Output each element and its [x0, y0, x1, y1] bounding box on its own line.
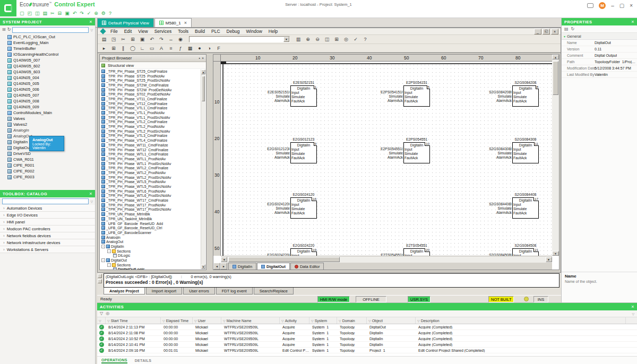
activity-row[interactable]: ✓8/14/2024 2:10:52 PM00:00:00MickaelWTFR… [97, 336, 637, 342]
print-icon[interactable]: ▤ [43, 10, 48, 16]
toolbox-search-input[interactable] [2, 198, 89, 204]
browser-item-tpr-ph-phase-vtl3-cmdfinalize[interactable]: _TPR_PH_Phase_VTL3_CmdFinalize [100, 134, 201, 138]
fbd-canvas[interactable]: E2ES052151E2ES052151ISimulateAlarmAck1Di… [221, 62, 552, 256]
canvas-vertical-scrollbar[interactable]: ▲ ▼ [552, 55, 559, 256]
expander-icon[interactable]: - [107, 249, 111, 253]
menu-plc[interactable]: PLC [208, 29, 223, 34]
browser-item-tpr-ph-phase-st25-prodsrcnotav[interactable]: _TPR_PH_Phase_ST25_ProdSrcNotAv [100, 78, 201, 83]
goto-icon[interactable]: ↔ [167, 36, 175, 43]
export-icon[interactable]: ◳ [109, 36, 118, 43]
browser-item-digitalout[interactable]: -DigitalOut [100, 258, 201, 263]
watch-icon[interactable]: ◑ [205, 45, 213, 52]
scroll-down-icon[interactable]: ▼ [201, 264, 205, 269]
menu-tools[interactable]: Tools [175, 29, 192, 34]
browser-item-tpr-ph-phase-st02-proddetnotav[interactable]: _TPR_PH_Phase_ST02_ProdDetNotAv [100, 92, 201, 97]
tab-details[interactable]: DETAILS [135, 358, 152, 363]
redo-icon[interactable]: ↷ [80, 10, 84, 16]
copy-icon[interactable]: ⊟ [58, 10, 62, 16]
insert-ffb-icon[interactable]: ⊞ [109, 45, 118, 52]
scrollbar-thumb[interactable] [202, 76, 205, 101]
browser-item-tpr-ph-phase-wtl6-prodnotav[interactable]: _TPR_PH_Phase_WTL6_ProdNotAv [100, 189, 201, 194]
filter-icon[interactable]: ▽ [632, 312, 634, 316]
category-view-icon[interactable]: ▤ [564, 27, 569, 32]
browser-item-tpr-ph-phase-vtl1-prodnotav[interactable]: _TPR_PH_Phase_VTL1_ProdNotAv [100, 110, 201, 115]
open-project-icon[interactable]: ◰ [28, 10, 32, 16]
font-icon[interactable]: F [214, 45, 223, 52]
tree-item-valves[interactable]: Valves [0, 116, 95, 122]
section-tab-digitalin[interactable]: DigitalIn [228, 263, 256, 270]
tab-operations[interactable]: OPERATIONS [101, 358, 127, 363]
column-header-system[interactable]: ▽System [309, 317, 337, 324]
menu-file[interactable]: File [107, 29, 121, 34]
data-selection-icon[interactable]: ▥ [294, 36, 303, 43]
filter-icon[interactable]: ▽ [339, 319, 341, 323]
tab-default-physical-view[interactable]: Default Physical View [97, 18, 154, 27]
notification-bell-icon[interactable] [524, 297, 529, 301]
tab-scroll-right-icon[interactable]: ► [220, 263, 227, 270]
restore-window-icon[interactable]: ◱ [543, 29, 550, 34]
browser-item-sections[interactable]: -Sections [100, 263, 201, 267]
browser-item-tpr-ph-phase-st25-prodnotav[interactable]: _TPR_PH_Phase_ST25_ProdNotAv [100, 74, 201, 79]
variable-combobox[interactable]: ▼ [189, 36, 290, 42]
align-icon[interactable]: ≡ [167, 45, 175, 52]
browser-item-tpr-un-taskinit-mtrinblk[interactable]: _TPR_UN_TaskInit_MtrInBlk [100, 216, 201, 221]
paste-icon[interactable]: ▣ [65, 10, 70, 16]
column-header-start-time[interactable]: ▽Start Time [106, 317, 161, 324]
build-icon[interactable]: ⊛ [94, 10, 98, 16]
column-header-activity[interactable]: ▽Activity [280, 317, 309, 324]
tree-item-q140n05-005[interactable]: Q140N05_005 [0, 81, 95, 86]
find-replace-icon[interactable]: ◉ [176, 36, 185, 43]
expander-icon[interactable]: - [101, 245, 105, 248]
activity-row[interactable]: ✓8/14/2024 2:10:41 PM00:00:00MickaelWTFR… [97, 342, 637, 348]
structural-view-root[interactable]: Structural view [100, 62, 206, 69]
browser-item-tpr-ph-phase-wtl2-prodnotav[interactable]: _TPR_PH_Phase_WTL2_ProdNotAv [100, 170, 201, 175]
tree-item-q140w05-007[interactable]: Q140W05_007 [0, 57, 95, 63]
tree-item-q140n05-006[interactable]: Q140N05_006 [0, 86, 95, 92]
cut-icon[interactable]: ✂ [119, 36, 127, 43]
analyze-icon[interactable]: ✓ [87, 10, 91, 16]
output-options-icon[interactable] [98, 279, 102, 283]
refresh-icon[interactable]: ↻ [571, 27, 575, 32]
filter-icon[interactable]: ▽ [99, 319, 101, 323]
toolbox-item-network-fieldbus-devices[interactable]: ›Network fieldbus devices [0, 232, 95, 239]
fbd-block-e2es052151[interactable]: E2ES052151E2ES052151ISimulateAlarmAck1Di… [261, 85, 318, 116]
toolbox-item-automation-devices[interactable]: ›Automation Devices [0, 205, 95, 212]
activity-row[interactable]: ✓8/14/2024 2:11:13 PM00:00:00MickaelWTFR… [97, 324, 637, 330]
ffb-input-assistant-icon[interactable]: ƒ [176, 45, 185, 52]
filter-icon[interactable]: ▽ [368, 319, 371, 323]
scroll-right-icon[interactable]: ► [546, 257, 552, 262]
tree-item-drivevsd[interactable]: DriveVSD [0, 151, 95, 157]
browser-item-tpr-ph-phase-wt17-prodsrcnotav[interactable]: _TPR_PH_Phase_WT17_ProdSrcNotAv [100, 207, 201, 212]
tree-item-cipe-r003[interactable]: CIPE_R003 [0, 174, 95, 180]
inspect-icon[interactable]: ◎ [342, 36, 350, 43]
tree-item-eventlogging-main[interactable]: EventLogging_Main [0, 40, 95, 46]
print-icon[interactable]: ▤ [100, 36, 108, 43]
filter-icon[interactable]: ▽ [107, 319, 110, 323]
tree-item-valves2[interactable]: Valves2 [0, 122, 95, 127]
redo-icon[interactable]: ↷ [157, 36, 166, 43]
zoom-out-icon[interactable]: ⊖ [313, 36, 322, 43]
close-window-icon[interactable]: × [551, 29, 558, 34]
browser-item-tpr-ph-phase-st25-cmdfinalize[interactable]: _TPR_PH_Phase_ST25_CmdFinalize [100, 69, 201, 74]
undo-icon[interactable]: ↶ [148, 36, 156, 43]
menu-edit[interactable]: Edit [121, 29, 135, 34]
system-search-input[interactable] [12, 27, 89, 33]
fbd-block-e2ts054551[interactable]: E2TS054551E2TS054551ISimulateAlarmAck20D… [374, 248, 431, 256]
pin-icon[interactable]: ▪ [199, 56, 200, 60]
browser-item-tpr-ph-phase-wt11-cmdfinalize[interactable]: _TPR_PH_Phase_WT11_CmdFinalize [100, 143, 201, 148]
minimize-window-icon[interactable]: _ [534, 29, 541, 34]
tree-item-q140w05-603[interactable]: Q140W05_603 [0, 69, 95, 75]
browser-item-digitalin[interactable]: -DigitalIn [100, 244, 201, 249]
browser-item-tpr-ph-phase-wtl1-prodnotav[interactable]: _TPR_PH_Phase_WTL1_ProdNotAv [100, 157, 201, 161]
close-panel-icon[interactable]: × [631, 304, 634, 309]
output-tab-user-errors[interactable]: User errors [183, 288, 215, 294]
fbd-block-s2gs084308[interactable]: S2GS084308S2GS084308ISimulateAlarmAck11D… [483, 142, 540, 173]
tree-item-q140n05-007[interactable]: Q140N05_007 [0, 92, 95, 98]
browser-item-tpr-ph-phase-wtl5-prodsrcnotav[interactable]: _TPR_PH_Phase_WTL5_ProdSrcNotAv [100, 184, 201, 189]
browser-item-tpr-ph-phase-st2w-cmdfinalize[interactable]: _TPR_PH_Phase_ST2W_CmdFinalize [100, 83, 201, 88]
expander-icon[interactable]: - [107, 263, 111, 267]
fbd-block-s2gs084208[interactable]: S2GS084208S2GS084208ISimulateAlarmAck8Di… [483, 85, 540, 116]
tab-m580-1[interactable]: M580_1 × [154, 18, 192, 27]
output-tab-search-replace[interactable]: Search/Replace [254, 288, 294, 294]
close-panel-icon[interactable]: × [89, 19, 92, 24]
